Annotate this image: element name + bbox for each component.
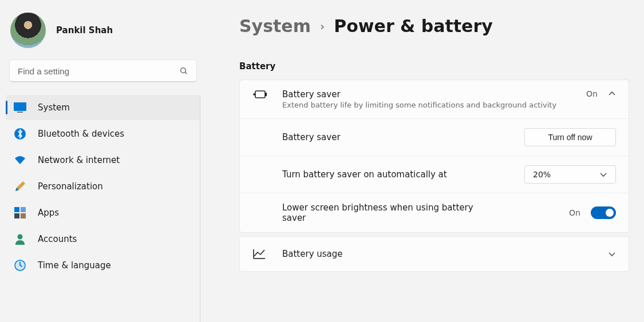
svg-rect-5: [14, 207, 19, 212]
main-content: System › Power & battery Battery Battery…: [205, 0, 644, 322]
svg-rect-6: [21, 207, 26, 212]
sidebar-item-label: Apps: [38, 208, 59, 218]
bluetooth-icon: [14, 128, 26, 140]
sidebar-item-bluetooth[interactable]: Bluetooth & devices: [6, 121, 200, 146]
chevron-down-icon: [608, 250, 616, 258]
brightness-toggle[interactable]: [591, 206, 616, 219]
auto-on-select[interactable]: 20%: [524, 165, 616, 184]
sidebar-item-time-language[interactable]: Time & language: [6, 253, 200, 278]
sidebar-item-personalization[interactable]: Personalization: [6, 174, 200, 199]
row-label: Turn battery saver on automatically at: [282, 169, 524, 180]
apps-icon: [14, 206, 26, 219]
section-label: Battery: [239, 61, 629, 71]
svg-rect-3: [17, 112, 23, 113]
sidebar-item-label: Time & language: [38, 260, 111, 271]
sidebar-item-system[interactable]: System: [6, 95, 200, 120]
battery-saver-subtitle: Extend battery life by limiting some not…: [282, 101, 586, 109]
battery-usage-card[interactable]: Battery usage: [239, 236, 629, 272]
system-icon: [14, 101, 26, 114]
sidebar-item-label: Accounts: [38, 234, 77, 244]
sidebar-item-label: Bluetooth & devices: [38, 129, 124, 139]
battery-saver-toggle-row: Battery saver Turn off now: [240, 119, 629, 156]
row-label: Battery saver: [282, 132, 524, 142]
select-value: 20%: [533, 170, 551, 179]
breadcrumb-parent[interactable]: System: [239, 16, 311, 36]
toggle-status: On: [569, 208, 580, 217]
breadcrumb: System › Power & battery: [239, 16, 629, 36]
chevron-down-icon: [599, 170, 607, 178]
svg-rect-12: [265, 93, 267, 96]
svg-point-0: [181, 68, 186, 73]
chevron-right-icon: ›: [320, 19, 325, 33]
svg-rect-2: [14, 102, 26, 111]
accounts-icon: [14, 233, 26, 245]
time-language-icon: [14, 259, 26, 272]
battery-usage-icon: [252, 248, 270, 260]
battery-usage-title: Battery usage: [282, 249, 608, 259]
sidebar: Pankil Shah System Bluetooth & devices N…: [0, 0, 205, 322]
user-name: Pankil Shah: [56, 25, 113, 35]
search-input[interactable]: [18, 66, 179, 76]
battery-saver-header[interactable]: Battery saver Extend battery life by lim…: [240, 80, 629, 119]
row-label: Lower screen brightness when using batte…: [282, 202, 488, 223]
battery-saver-status: On: [586, 89, 598, 98]
wifi-icon: [14, 154, 26, 166]
sidebar-item-label: Personalization: [38, 181, 103, 192]
page-title: Power & battery: [334, 16, 493, 36]
search-icon: [179, 66, 188, 75]
chevron-up-icon: [608, 90, 616, 98]
battery-saver-card: Battery saver Extend battery life by lim…: [239, 79, 629, 233]
auto-on-row: Turn battery saver on automatically at 2…: [240, 156, 629, 193]
sidebar-nav: System Bluetooth & devices Network & int…: [6, 95, 200, 322]
turn-off-now-button[interactable]: Turn off now: [524, 128, 616, 146]
sidebar-item-label: Network & internet: [38, 155, 120, 165]
sidebar-item-label: System: [38, 102, 70, 113]
svg-rect-11: [255, 91, 265, 98]
sidebar-item-accounts[interactable]: Accounts: [6, 226, 200, 252]
brightness-row: Lower screen brightness when using batte…: [240, 193, 629, 232]
avatar: [10, 13, 46, 48]
sidebar-item-apps[interactable]: Apps: [6, 200, 200, 225]
svg-rect-7: [14, 213, 19, 218]
profile-block[interactable]: Pankil Shah: [6, 10, 200, 59]
battery-saver-icon: [252, 89, 270, 100]
svg-rect-8: [21, 213, 26, 218]
svg-point-9: [18, 234, 23, 240]
search-box[interactable]: [9, 59, 197, 82]
personalization-icon: [14, 180, 26, 193]
svg-line-1: [185, 72, 187, 74]
battery-saver-title: Battery saver: [282, 89, 586, 100]
sidebar-item-network[interactable]: Network & internet: [6, 148, 200, 173]
